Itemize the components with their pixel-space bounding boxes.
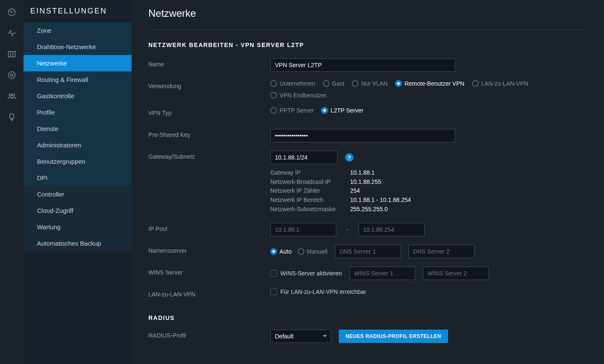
- sidebar-item-6[interactable]: Dienste: [24, 120, 132, 137]
- svg-point-9: [11, 74, 13, 76]
- svg-point-10: [8, 72, 16, 79]
- gateway-input[interactable]: [270, 151, 338, 164]
- svg-point-12: [12, 94, 14, 97]
- info-val-4: 255.255.255.0: [350, 205, 388, 214]
- sidebar-title: EINSTELLUNGEN: [24, 7, 132, 22]
- wins2-input[interactable]: [423, 267, 489, 280]
- sidebar-item-10[interactable]: Controller: [24, 186, 132, 202]
- sidebar-item-11[interactable]: Cloud-Zugriff: [24, 202, 132, 219]
- sidebar-item-13[interactable]: Automatisches Backup: [24, 235, 132, 251]
- info-key-0: Gateway IP: [270, 168, 350, 178]
- sidebar-item-12[interactable]: Wartung: [24, 219, 132, 235]
- nameserver-radio-1[interactable]: Manuell: [298, 248, 327, 255]
- psk-input[interactable]: [270, 129, 455, 142]
- sidebar-item-5[interactable]: Profile: [24, 104, 132, 120]
- iconbar: [0, 0, 24, 364]
- insights-icon[interactable]: [7, 113, 16, 122]
- usage-radio-0[interactable]: Unternehmen: [270, 80, 315, 87]
- info-key-2: Netzwerk IP Zähler: [270, 186, 350, 196]
- dns2-input[interactable]: [409, 245, 475, 258]
- page-title: Netzwerke: [148, 8, 587, 19]
- vpn-type-radio-0[interactable]: PPTP Server: [270, 107, 314, 114]
- main-content: Netzwerke NETZWERK BEARBEITEN - VPN SERV…: [132, 0, 604, 364]
- section-radius: RADIUS: [148, 314, 587, 321]
- ip-pool-dash: -: [344, 226, 351, 233]
- subnet-info: Gateway IP10.1.88.1Netzwerk-Broadcast-IP…: [270, 168, 587, 214]
- sidebar-item-7[interactable]: Administratoren: [24, 137, 132, 153]
- devices-icon[interactable]: [7, 71, 16, 80]
- sidebar-item-8[interactable]: Benutzergruppen: [24, 153, 132, 170]
- wins-label: WINS Server: [148, 267, 270, 276]
- info-val-1: 10.1.88.255: [350, 178, 381, 187]
- section-edit-network: NETZWERK BEARBEITEN - VPN SERVER L2TP: [148, 42, 587, 48]
- ip-pool-label: IP Pool: [148, 223, 270, 232]
- svg-line-5: [10, 10, 10, 11]
- create-radius-profile-button[interactable]: NEUES RADIUS-PROFIL ERSTELLEN: [339, 330, 448, 343]
- vpn-type-label: VPN Typ: [148, 107, 270, 116]
- vpn-type-radio-1[interactable]: L2TP Server: [321, 107, 363, 114]
- info-val-2: 254: [350, 186, 360, 196]
- help-icon[interactable]: ?: [345, 153, 353, 162]
- usage-radio-3[interactable]: Remote-Benutzer VPN: [395, 80, 464, 87]
- lan2lan-label: LAN-zu-LAN-VPN: [148, 288, 270, 298]
- info-val-0: 10.1.88.1: [350, 168, 375, 178]
- psk-label: Pre-Shared Key: [148, 129, 270, 138]
- statistics-icon[interactable]: [7, 29, 16, 38]
- info-key-3: Netzwerk IP Bereich: [270, 196, 350, 205]
- settings-sidebar: EINSTELLUNGEN ZoneDrahtlose-NetzwerkeNet…: [24, 0, 132, 364]
- sidebar-item-2[interactable]: Netzwerke: [24, 55, 132, 71]
- nameserver-label: Namensserver: [148, 245, 270, 254]
- wins1-input[interactable]: [349, 267, 415, 280]
- dashboard-icon[interactable]: [7, 8, 16, 17]
- gateway-label: Gateway/Subnetz: [148, 151, 270, 160]
- info-key-1: Netzwerk-Broadcast-IP: [270, 178, 350, 187]
- radius-profile-label: RADIUS-Profil: [148, 330, 270, 339]
- usage-radio-4[interactable]: LAN-zu-LAN-VPN: [472, 80, 528, 87]
- sidebar-item-3[interactable]: Routing & Firewall: [24, 71, 132, 88]
- sidebar-item-0[interactable]: Zone: [24, 22, 132, 39]
- ip-pool-start-input[interactable]: [270, 223, 336, 236]
- usage-label: Verwendung: [148, 80, 270, 89]
- name-input[interactable]: [270, 58, 455, 72]
- dns1-input[interactable]: [335, 245, 401, 258]
- nameserver-radio-0[interactable]: Auto: [270, 248, 292, 255]
- svg-point-2: [11, 12, 12, 13]
- info-key-4: Netzwerk-Subnetzmaske: [270, 205, 350, 214]
- usage-radio-1[interactable]: Gast: [323, 80, 345, 87]
- map-icon[interactable]: [7, 50, 16, 59]
- radius-profile-select-wrap: Default: [270, 330, 331, 343]
- radius-profile-select[interactable]: Default: [270, 330, 331, 343]
- sidebar-item-9[interactable]: DPI: [24, 170, 132, 186]
- svg-line-4: [13, 10, 14, 11]
- wins-enable-checkbox[interactable]: WINS-Server aktivieren: [270, 270, 342, 277]
- clients-icon[interactable]: [7, 92, 16, 101]
- usage-radio-5[interactable]: VPN Endbenutzer: [270, 92, 327, 99]
- lan2lan-checkbox[interactable]: Für LAN-zu-LAN-VPN erreichbar: [270, 288, 366, 295]
- usage-radio-2[interactable]: Nur VLAN: [352, 80, 388, 87]
- sidebar-item-1[interactable]: Drahtlose-Netzwerke: [24, 39, 132, 55]
- info-val-3: 10.1.88.1 - 10.1.88.254: [350, 196, 411, 205]
- name-label: Name: [148, 58, 270, 68]
- ip-pool-end-input[interactable]: [359, 223, 425, 236]
- svg-point-11: [9, 94, 11, 97]
- sidebar-item-4[interactable]: Gastkontrolle: [24, 88, 132, 104]
- svg-marker-6: [8, 51, 16, 58]
- divider: [148, 29, 587, 30]
